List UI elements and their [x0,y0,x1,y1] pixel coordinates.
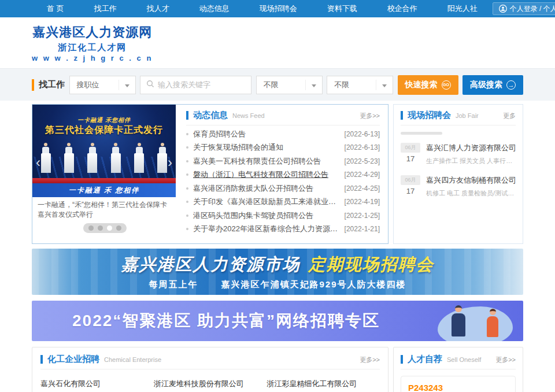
carousel-dot[interactable] [116,225,121,231]
news-item[interactable]: 关于印发《嘉兴港区鼓励新员工来港就业补助操作...[2022-4-19] [186,195,380,209]
chemical-company: 嘉兴石化有限公司 工艺员 设备管理 门卫（残疾工） [40,379,154,392]
chemical-enterprise-panel: 化工企业招聘 Chemical Enterprise 更多>> 嘉兴石化有限公司… [32,347,388,392]
news-subtitle: News Feed [232,112,265,119]
nav-item-downloads[interactable]: 资料下载 [312,3,372,14]
site-subtitle: 浙江化工人才网 [32,42,153,53]
chemical-company: 浙江麦堆科技股份有限公司 销售专员 会计 土建主管 [154,379,267,392]
job-fair-date-badge: 06月 17 [401,175,420,198]
news-link[interactable]: 港区码头范围内集卡驾驶员招聘公告 [193,210,339,221]
go-icon: GO [442,80,451,90]
bullet-icon [186,187,188,190]
news-item[interactable]: 磐动（浙江）电气科技有限公司招聘公告[2022-4-29] [186,168,380,182]
carousel-dot[interactable] [88,225,94,231]
nav-item-home[interactable]: 首 页 [32,3,79,14]
carousel-slide[interactable]: 一卡融通 禾您相伴 第三代社会保障卡正式发行 一卡融通 禾 您相伴 ‹ › [32,105,176,197]
search-section-label: 找工作 [32,79,65,91]
news-link[interactable]: 关于印发《嘉兴港区鼓励新员工来港就业补助操作... [193,197,339,207]
search-icon [146,80,154,90]
search-input[interactable] [158,80,260,89]
market-banner-title: 嘉兴港区人力资源市场定期现场招聘会 [121,253,434,276]
carousel-dots [83,223,127,233]
search-category-select[interactable]: 搜职位 [69,76,136,94]
carousel-prev-icon[interactable]: ‹ [36,156,40,169]
carousel-next-icon[interactable]: › [168,156,172,169]
chemical-header: 化工企业招聘 Chemical Enterprise 更多>> [40,354,380,369]
personal-login-button[interactable]: 个人登录 / 个人注册 [493,2,555,15]
carousel-dot[interactable] [98,225,103,231]
news-link[interactable]: 磐动（浙江）电气科技有限公司招聘公告 [193,169,339,180]
chemical-company-list: 嘉兴石化有限公司 工艺员 设备管理 门卫（残疾工） 浙江麦堆科技股份有限公司 销… [40,379,380,392]
bullet-icon [186,201,188,203]
chemical-more-link[interactable]: 更多>> [360,356,380,364]
talent-header: 人才自荐 Sell Oneself 更多>> [401,354,516,369]
news-panel: 一卡融通 禾您相伴 第三代社会保障卡正式发行 一卡融通 禾 您相伴 ‹ › 一卡… [32,104,388,244]
bullet-icon [186,146,188,149]
quick-search-button[interactable]: 快速搜索 GO [398,75,458,95]
talent-code[interactable]: P243243 [408,383,508,392]
job-fair-title: 现场招聘会 [408,110,451,121]
job-fair-more-link[interactable]: 更多 [503,112,516,120]
company-name[interactable]: 浙江麦堆科技股份有限公司 [154,379,267,389]
news-link[interactable]: 保育员招聘公告 [193,129,339,139]
news-item[interactable]: 嘉兴美一瓦科技有限责任公司招聘公告[2022-5-23] [186,154,380,168]
job-fair-item[interactable]: 06月 17 嘉兴汇博人力资源有限公司 生产操作工 报关文员 人事行政助理... [401,143,516,165]
market-banner[interactable]: 嘉兴港区人力资源市场定期现场招聘会 每周五上午嘉兴港区乍浦镇天妃路929号人防大… [32,249,523,295]
scrollbar-handle[interactable] [401,132,442,135]
bullet-icon [186,173,188,176]
keyword-search-field[interactable] [140,76,251,94]
nav-item-school-cooperation[interactable]: 校企合作 [372,3,432,14]
job-fair-company[interactable]: 嘉兴四方友信制桶有限公司 [426,175,516,186]
nav-item-find-talent[interactable]: 找人才 [132,3,184,14]
carousel-caption[interactable]: 一卡融通，“禾”您相伴！第三代社会保障卡嘉兴首发仪式举行 [32,197,177,220]
job-fair-panel: 现场招聘会 Job Fair 更多 06月 17 嘉兴汇博人力资源有限公司 生产… [393,104,523,244]
market-banner-address: 每周五上午嘉兴港区乍浦镇天妃路929号人防大楼四楼 [149,279,406,290]
slide-figures [39,143,169,173]
news-item[interactable]: 关于举办2022年港区新春综合性人力资源暨春风...[2022-1-21] [186,223,380,236]
bullet-icon [186,160,188,162]
online-recruitment-banner[interactable]: 2022“智聚港区 助力共富”网络招聘专区 [32,301,523,341]
news-header: 动态信息 News Feed 更多>> [186,110,380,125]
nav-item-news[interactable]: 动态信息 [184,3,245,14]
company-name[interactable]: 浙江彩皇精细化工有限公司 [267,379,380,389]
news-item[interactable]: 关于恢复现场招聘会的通知[2022-6-13] [186,141,380,155]
slide-band: 一卡融通 禾 您相伴 [32,183,176,197]
personal-login-label: 个人登录 / 个人注册 [510,4,555,14]
carousel-dot-active[interactable] [107,225,112,231]
type-select[interactable]: 不限 [327,76,393,94]
nav-item-sunshine-hr[interactable]: 阳光人社 [432,3,493,14]
job-fair-header: 现场招聘会 Job Fair 更多 [401,110,516,125]
nav-item-find-job[interactable]: 找工作 [79,3,132,14]
news-item[interactable]: 嘉兴港区消防救援大队公开招聘公告[2022-4-25] [186,182,380,195]
news-feed: 动态信息 News Feed 更多>> 保育员招聘公告[2022-6-13] 关… [177,105,388,243]
news-date: [2022-4-29] [345,171,380,179]
news-link[interactable]: 嘉兴港区消防救援大队公开招聘公告 [193,183,339,194]
news-link[interactable]: 关于恢复现场招聘会的通知 [193,142,339,153]
slide-stage [32,178,176,183]
podium-figure [156,143,169,173]
company-name[interactable]: 嘉兴石化有限公司 [40,379,154,389]
bottom-row: 化工企业招聘 Chemical Enterprise 更多>> 嘉兴石化有限公司… [32,347,523,392]
talent-panel: 人才自荐 Sell Oneself 更多>> P243243 男 ｜ 嘉兴市→嘉… [393,347,523,392]
advanced-search-button[interactable]: 高级搜索 → [462,75,523,95]
talent-more-link[interactable]: 更多>> [495,356,516,364]
job-fair-company[interactable]: 嘉兴汇博人力资源有限公司 [426,143,516,153]
chevron-down-icon [312,84,316,87]
site-logo[interactable]: 嘉兴港区人力资源网 浙江化工人才网 w w w . z j h g r c . … [32,24,153,62]
news-link[interactable]: 关于举办2022年港区新春综合性人力资源暨春风... [193,224,339,234]
podium-figure [62,143,75,173]
news-item[interactable]: 港区码头范围内集卡驾驶员招聘公告[2022-1-25] [186,209,380,223]
news-item[interactable]: 保育员招聘公告[2022-6-13] [186,127,380,141]
podium-figure [109,143,122,173]
site-url: w w w . z j h g r c . c n [32,54,153,62]
bullet-icon [186,215,188,217]
news-date: [2022-1-21] [345,225,380,233]
nav-item-job-fair[interactable]: 现场招聘会 [245,3,312,14]
bullet-icon [186,228,188,230]
top-navbar: 首 页 找工作 找人才 动态信息 现场招聘会 资料下载 校企合作 阳光人社 个人… [0,0,555,17]
talent-card[interactable]: P243243 男 ｜ 嘉兴市→嘉兴港区 ｜ 八年以上 [401,376,516,392]
news-date: [2022-6-13] [345,143,380,151]
job-fair-item[interactable]: 06月 17 嘉兴四方友信制桶有限公司 机修工 电工 质量检验员/测试员 叉车.… [401,175,516,198]
region-select[interactable]: 不限 [256,76,323,94]
news-more-link[interactable]: 更多>> [360,112,380,120]
news-link[interactable]: 嘉兴美一瓦科技有限责任公司招聘公告 [193,156,339,167]
